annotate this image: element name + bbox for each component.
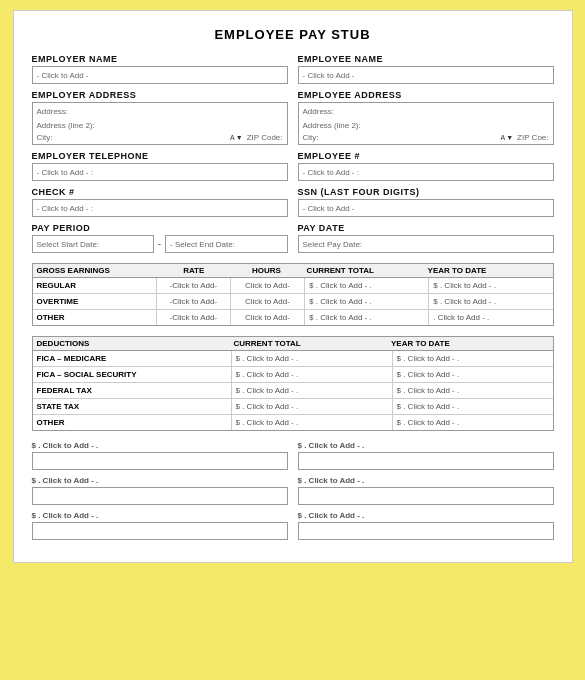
deductions-label-header: DEDUCTIONS (37, 339, 234, 348)
deductions-fica-ss-label: FICA – SOCIAL SECURITY (33, 367, 232, 382)
summary-left-label2: $ . Click to Add - . (32, 476, 288, 485)
earnings-header: GROSS EARNINGS RATE HOURS CURRENT TOTAL … (33, 264, 553, 278)
summary-left-col: $ . Click to Add - . $ . Click to Add - … (32, 441, 288, 546)
earnings-overtime-rate[interactable]: -Click to Add- (157, 294, 231, 309)
summary-left-label1: $ . Click to Add - . (32, 441, 288, 450)
employee-name-input[interactable]: - Click to Add - (298, 66, 554, 84)
employee-address-line2: Address (line 2): (303, 119, 549, 133)
employee-address-line1: Address: (303, 105, 549, 119)
deductions-header: DEDUCTIONS CURRENT TOTAL YEAR TO DATE (33, 337, 553, 351)
earnings-overtime-label: OVERTIME (33, 294, 157, 309)
employer-address-label: EMPLOYER ADDRESS (32, 90, 288, 100)
deductions-fica-medicare-current[interactable]: $ . Click to Add - . (232, 351, 393, 366)
summary-right-input2[interactable] (298, 487, 554, 505)
employer-telephone-label: EMPLOYER TELEPHONE (32, 151, 288, 161)
summary-right-label3: $ . Click to Add - . (298, 511, 554, 520)
deductions-ytd-header: YEAR TO DATE (391, 339, 549, 348)
earnings-row-regular: REGULAR -Click to Add- Click to Add- $ .… (33, 278, 553, 294)
earnings-rate-header: RATE (157, 266, 230, 275)
earnings-other-rate[interactable]: -Click to Add- (157, 310, 231, 325)
employee-state-select[interactable]: A ▼ (500, 134, 513, 141)
employee-address-block: Address: Address (line 2): City: A ▼ ZIP… (298, 102, 554, 145)
earnings-regular-ytd[interactable]: $ . Click to Add - . (429, 278, 552, 293)
deductions-fica-ss-ytd[interactable]: $ . Click to Add - . (393, 367, 553, 382)
deductions-row-fica-medicare: FICA – MEDICARE $ . Click to Add - . $ .… (33, 351, 553, 367)
check-label: CHECK # (32, 187, 288, 197)
page-title: EMPLOYEE PAY STUB (32, 27, 554, 42)
earnings-other-ytd[interactable]: . Click to Add - . (429, 310, 552, 325)
deductions-row-other: OTHER $ . Click to Add - . $ . Click to … (33, 415, 553, 430)
employee-address-label: EMPLOYEE ADDRESS (298, 90, 554, 100)
employer-city: City: (37, 133, 227, 142)
earnings-overtime-current[interactable]: $ . Click to Add - . (305, 294, 429, 309)
employer-zip-label: ZIP Code: (247, 133, 283, 142)
summary-left-input2[interactable] (32, 487, 288, 505)
deductions-row-federal: FEDERAL TAX $ . Click to Add - . $ . Cli… (33, 383, 553, 399)
ssn-label: SSN (LAST FOUR DIGITS) (298, 187, 554, 197)
summary-right-label1: $ . Click to Add - . (298, 441, 554, 450)
employer-telephone-input[interactable]: - Click to Add - : (32, 163, 288, 181)
deductions-federal-ytd[interactable]: $ . Click to Add - . (393, 383, 553, 398)
deductions-fica-ss-current[interactable]: $ . Click to Add - . (232, 367, 393, 382)
pay-period-label: PAY PERIOD (32, 223, 288, 233)
employer-name-input[interactable]: - Click to Add - (32, 66, 288, 84)
summary-left-input3[interactable] (32, 522, 288, 540)
earnings-regular-current[interactable]: $ . Click to Add - . (305, 278, 429, 293)
earnings-other-current[interactable]: $ . Click to Add - . (305, 310, 429, 325)
deductions-state-current[interactable]: $ . Click to Add - . (232, 399, 393, 414)
summary-section: $ . Click to Add - . $ . Click to Add - … (32, 441, 554, 546)
deductions-state-ytd[interactable]: $ . Click to Add - . (393, 399, 553, 414)
pay-period-dash: - (158, 239, 161, 249)
deductions-other-ytd[interactable]: $ . Click to Add - . (393, 415, 553, 430)
employee-name-label: EMPLOYEE NAME (298, 54, 554, 64)
earnings-row-other: OTHER -Click to Add- Click to Add- $ . C… (33, 310, 553, 325)
employee-number-input[interactable]: - Click to Add - : (298, 163, 554, 181)
summary-right-label2: $ . Click to Add - . (298, 476, 554, 485)
earnings-other-hours[interactable]: Click to Add- (231, 310, 305, 325)
employer-state-select[interactable]: A ▼ (230, 134, 243, 141)
summary-right-col: $ . Click to Add - . $ . Click to Add - … (298, 441, 554, 546)
deductions-federal-current[interactable]: $ . Click to Add - . (232, 383, 393, 398)
earnings-regular-rate[interactable]: -Click to Add- (157, 278, 231, 293)
employer-address-block: Address: Address (line 2): City: A ▼ ZIP… (32, 102, 288, 145)
earnings-regular-hours[interactable]: Click to Add- (231, 278, 305, 293)
employer-address-line2: Address (line 2): (37, 119, 283, 133)
deductions-other-label: OTHER (33, 415, 232, 430)
ssn-input[interactable]: - Click to Add - (298, 199, 554, 217)
pay-date-input[interactable]: Select Pay Date: (298, 235, 554, 253)
summary-left-input1[interactable] (32, 452, 288, 470)
summary-right-input1[interactable] (298, 452, 554, 470)
earnings-hours-header: HOURS (230, 266, 303, 275)
summary-left-label3: $ . Click to Add - . (32, 511, 288, 520)
deductions-state-label: STATE TAX (33, 399, 232, 414)
earnings-gross-header: GROSS EARNINGS (37, 266, 158, 275)
summary-right-input3[interactable] (298, 522, 554, 540)
deductions-fica-medicare-label: FICA – MEDICARE (33, 351, 232, 366)
earnings-other-label: OTHER (33, 310, 157, 325)
deductions-other-current[interactable]: $ . Click to Add - . (232, 415, 393, 430)
earnings-table: GROSS EARNINGS RATE HOURS CURRENT TOTAL … (32, 263, 554, 326)
deductions-row-fica-ss: FICA – SOCIAL SECURITY $ . Click to Add … (33, 367, 553, 383)
earnings-ytd-header: YEAR TO DATE (428, 266, 549, 275)
pay-period-start[interactable]: Select Start Date: (32, 235, 155, 253)
earnings-current-header: CURRENT TOTAL (303, 266, 428, 275)
deductions-federal-label: FEDERAL TAX (33, 383, 232, 398)
earnings-row-overtime: OVERTIME -Click to Add- Click to Add- $ … (33, 294, 553, 310)
earnings-overtime-hours[interactable]: Click to Add- (231, 294, 305, 309)
deductions-row-state: STATE TAX $ . Click to Add - . $ . Click… (33, 399, 553, 415)
employer-address-line1: Address: (37, 105, 283, 119)
employee-number-label: EMPLOYEE # (298, 151, 554, 161)
pay-stub-page: EMPLOYEE PAY STUB EMPLOYER NAME - Click … (13, 10, 573, 563)
employee-zip-label: ZIP Coe: (517, 133, 548, 142)
pay-date-label: PAY DATE (298, 223, 554, 233)
employer-name-label: EMPLOYER NAME (32, 54, 288, 64)
deductions-current-header: CURRENT TOTAL (233, 339, 391, 348)
employee-city: City: (303, 133, 497, 142)
earnings-overtime-ytd[interactable]: $ . Click to Add - . (429, 294, 552, 309)
earnings-regular-label: REGULAR (33, 278, 157, 293)
pay-period-end[interactable]: - Select End Date: (165, 235, 288, 253)
deductions-fica-medicare-ytd[interactable]: $ . Click to Add - . (393, 351, 553, 366)
deductions-table: DEDUCTIONS CURRENT TOTAL YEAR TO DATE FI… (32, 336, 554, 431)
check-input[interactable]: - Click to Add - : (32, 199, 288, 217)
